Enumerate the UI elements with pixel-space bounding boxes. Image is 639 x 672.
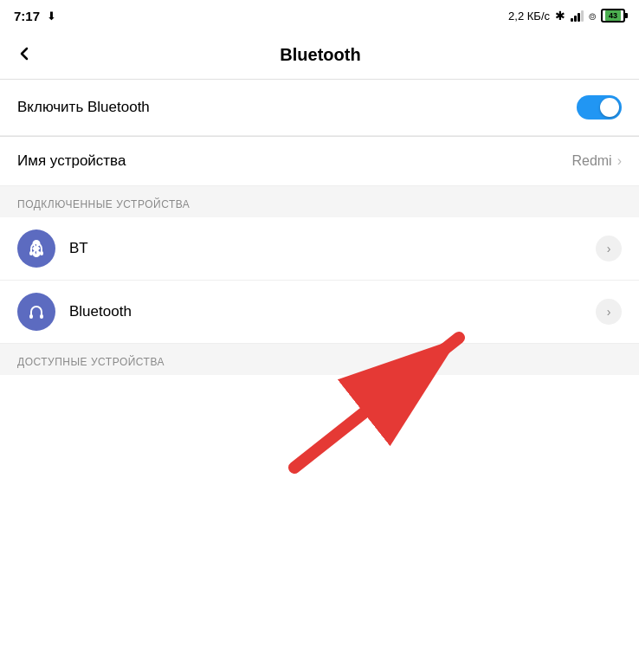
status-time: 7:17 bbox=[14, 9, 40, 23]
device-name-value-group: Redmi › bbox=[571, 153, 622, 169]
wifi-icon: ⌾ bbox=[589, 9, 596, 23]
svg-rect-4 bbox=[40, 314, 43, 319]
bluetooth-device-row[interactable]: Bluetooth › bbox=[0, 281, 639, 344]
download-icon: ⬇ bbox=[47, 10, 56, 23]
status-bar: 7:17 ⬇ 2,2 КБ/с ✱ ⌾ 43 bbox=[0, 0, 639, 31]
svg-rect-3 bbox=[29, 314, 33, 319]
bt-device-row[interactable]: BТ › bbox=[0, 217, 639, 281]
page-header: Bluetooth bbox=[0, 31, 639, 80]
device-name-value: Redmi bbox=[571, 153, 611, 169]
back-button[interactable] bbox=[14, 40, 42, 71]
bt-device-chevron[interactable]: › bbox=[596, 236, 622, 262]
chevron-icon: › bbox=[617, 153, 622, 169]
svg-rect-1 bbox=[29, 251, 33, 255]
bluetooth-device-chevron[interactable]: › bbox=[596, 299, 622, 325]
enable-bluetooth-label: Включить Bluetooth bbox=[17, 99, 150, 116]
svg-rect-2 bbox=[40, 251, 43, 255]
page-title: Bluetooth bbox=[42, 45, 599, 65]
device-name-row[interactable]: Имя устройства Redmi › bbox=[0, 137, 639, 186]
speed-text: 2,2 КБ/с bbox=[508, 10, 550, 23]
available-devices-header: ДОСТУПНЫЕ УСТРОЙСТВА bbox=[0, 344, 639, 375]
status-right: 2,2 КБ/с ✱ ⌾ 43 bbox=[508, 9, 625, 23]
enable-bluetooth-row[interactable]: Включить Bluetooth bbox=[0, 80, 639, 136]
bluetooth-device-name: Bluetooth bbox=[69, 303, 582, 320]
bluetooth-status-icon: ✱ bbox=[555, 9, 565, 23]
signal-icon bbox=[571, 10, 584, 22]
toggle-knob bbox=[600, 98, 619, 117]
connected-devices-header: ПОДКЛЮЧЕННЫЕ УСТРОЙСТВА bbox=[0, 186, 639, 217]
bt-device-icon bbox=[17, 229, 55, 268]
bluetooth-device-icon bbox=[17, 293, 55, 331]
bluetooth-toggle[interactable] bbox=[577, 95, 622, 120]
bt-device-name: BТ bbox=[69, 240, 582, 257]
device-name-label: Имя устройства bbox=[17, 152, 126, 170]
battery-icon: 43 bbox=[601, 9, 625, 23]
